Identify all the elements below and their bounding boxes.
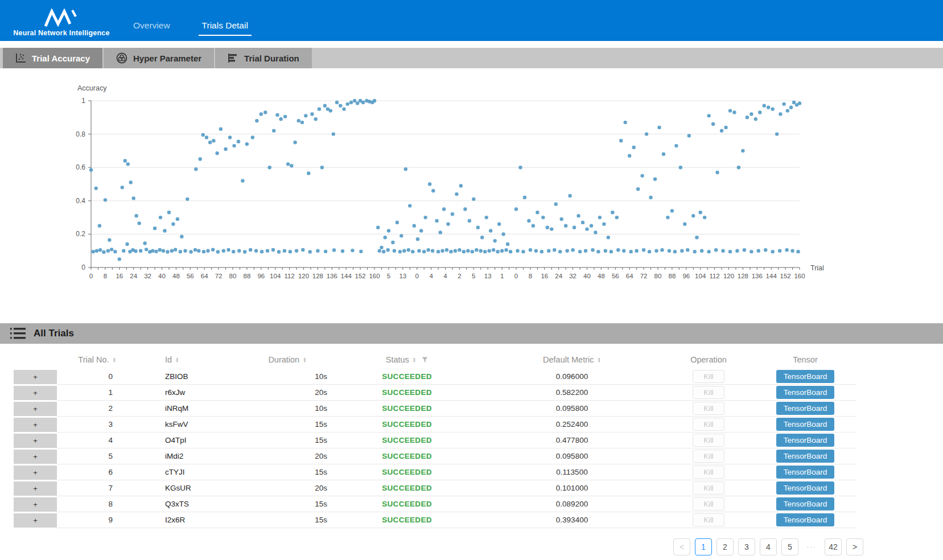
tensorboard-button[interactable]: TensorBoard	[776, 481, 835, 495]
pagination-ellipsis: ···	[803, 538, 820, 555]
svg-text:56: 56	[187, 273, 194, 279]
column-header-duration[interactable]: Duration▲▼	[219, 355, 333, 364]
svg-text:120: 120	[723, 273, 734, 279]
kill-button[interactable]: Kill	[693, 402, 724, 415]
default-metric-cell: 0.101000	[481, 480, 663, 496]
kill-button[interactable]: Kill	[693, 450, 724, 463]
expander-cell: +	[14, 433, 57, 448]
default-metric-cell: 0.089200	[481, 496, 663, 512]
expander-cell: +	[14, 512, 57, 528]
tab-trial-duration[interactable]: Trial Duration	[215, 48, 312, 68]
trial-id-cell: cTYJI	[120, 464, 219, 480]
default-metric-cell: 0.477800	[481, 433, 663, 448]
tensorboard-button[interactable]: TensorBoard	[776, 513, 835, 526]
tensor-cell: TensorBoard	[754, 464, 856, 480]
kill-button[interactable]: Kill	[693, 466, 724, 479]
nav-tab-overview[interactable]: Overview	[133, 20, 170, 31]
tensorboard-button[interactable]: TensorBoard	[776, 370, 835, 383]
scatter-plot-icon	[15, 53, 26, 63]
kill-button[interactable]: Kill	[693, 481, 724, 495]
sort-icon[interactable]: ▲▼	[175, 357, 179, 363]
trial-no-cell: 7	[57, 480, 120, 496]
svg-text:80: 80	[654, 273, 662, 279]
status-badge: SUCCEEDED	[333, 385, 481, 401]
column-header-status[interactable]: Status▲▼	[333, 355, 481, 364]
row-expander-button[interactable]: +	[14, 450, 57, 464]
kill-button[interactable]: Kill	[693, 434, 724, 447]
pagination-prev-button[interactable]: <	[673, 538, 690, 555]
pagination-page-5[interactable]: 5	[781, 538, 798, 555]
tab-trial-accuracy[interactable]: Trial Accuracy	[3, 48, 102, 68]
row-expander-button[interactable]: +	[14, 402, 57, 416]
row-expander-button[interactable]: +	[14, 434, 57, 448]
tensorboard-button[interactable]: TensorBoard	[776, 450, 835, 463]
trial-id-cell: r6xJw	[120, 385, 219, 401]
pagination-next-button[interactable]: >	[846, 538, 863, 555]
svg-text:48: 48	[598, 273, 605, 279]
accuracy-scatter-chart: 10.80.60.40.2008162432404856647280889610…	[0, 68, 943, 323]
tensor-cell: TensorBoard	[754, 401, 856, 417]
sort-icon[interactable]: ▲▼	[413, 357, 416, 363]
trial-id-cell: iNRqM	[120, 401, 219, 417]
table-row: +2iNRqM10sSUCCEEDED0.095800KillTensorBoa…	[14, 401, 929, 417]
row-expander-button[interactable]: +	[14, 497, 57, 512]
nav-tab-trials-detail[interactable]: Trials Detail	[202, 20, 248, 31]
sort-icon[interactable]: ▲▼	[113, 357, 116, 363]
row-expander-button[interactable]: +	[14, 370, 57, 384]
operation-cell: Kill	[663, 385, 754, 401]
table-row: +1r6xJw20sSUCCEEDED0.582200KillTensorBoa…	[14, 385, 929, 401]
tensorboard-button[interactable]: TensorBoard	[776, 386, 835, 399]
kill-button[interactable]: Kill	[693, 386, 724, 399]
svg-text:16: 16	[541, 273, 548, 279]
pagination-page-4[interactable]: 4	[760, 538, 777, 555]
default-metric-cell: 0.095800	[481, 401, 663, 417]
duration-cell: 10s	[219, 401, 333, 417]
trial-id-cell: ksFwV	[120, 417, 219, 433]
tensorboard-button[interactable]: TensorBoard	[776, 402, 835, 415]
row-expander-button[interactable]: +	[14, 466, 57, 480]
pagination-page-3[interactable]: 3	[738, 538, 755, 555]
trial-no-cell: 5	[57, 448, 120, 464]
row-expander-button[interactable]: +	[14, 386, 57, 400]
expander-cell: +	[14, 417, 57, 433]
row-expander-button[interactable]: +	[14, 481, 57, 496]
sort-icon[interactable]: ▲▼	[598, 357, 601, 363]
table-row: +8Q3xTS15sSUCCEEDED0.089200KillTensorBoa…	[14, 496, 929, 512]
filter-icon[interactable]	[422, 357, 428, 363]
status-badge: SUCCEEDED	[333, 369, 481, 385]
tensorboard-button[interactable]: TensorBoard	[776, 497, 835, 510]
operation-cell: Kill	[663, 496, 754, 512]
sort-icon[interactable]: ▲▼	[303, 357, 306, 363]
list-icon	[10, 327, 26, 340]
expander-cell: +	[14, 496, 57, 512]
pagination-page-1[interactable]: 1	[695, 538, 712, 555]
table-row: +7KGsUR20sSUCCEEDED0.101000KillTensorBoa…	[14, 480, 929, 496]
row-expander-button[interactable]: +	[14, 513, 57, 528]
svg-text:32: 32	[569, 273, 576, 279]
column-header-default-metric[interactable]: Default Metric▲▼	[481, 355, 663, 364]
tensorboard-button[interactable]: TensorBoard	[776, 418, 835, 431]
kill-button[interactable]: Kill	[693, 370, 724, 383]
svg-text:8: 8	[104, 273, 107, 279]
tensorboard-button[interactable]: TensorBoard	[776, 434, 835, 447]
pagination-page-2[interactable]: 2	[716, 538, 734, 555]
column-header-trial-no-[interactable]: Trial No.▲▼	[57, 355, 120, 364]
tensor-cell: TensorBoard	[754, 512, 856, 528]
trial-no-cell: 8	[57, 496, 120, 512]
chart-tabs-bar: Trial Accuracy Hyper Parameter Trial Dur…	[0, 48, 943, 68]
column-label: Status	[386, 355, 409, 364]
kill-button[interactable]: Kill	[693, 513, 724, 526]
column-header-id[interactable]: Id▲▼	[120, 355, 219, 364]
svg-text:0.2: 0.2	[76, 230, 85, 238]
operation-cell: Kill	[663, 448, 754, 464]
pagination: <12345···42>	[0, 538, 943, 555]
trial-no-cell: 9	[57, 512, 120, 528]
tensorboard-button[interactable]: TensorBoard	[776, 466, 835, 479]
row-expander-button[interactable]: +	[14, 418, 57, 432]
pagination-page-42[interactable]: 42	[825, 538, 842, 555]
kill-button[interactable]: Kill	[693, 497, 724, 510]
kill-button[interactable]: Kill	[693, 418, 724, 431]
column-label: Operation	[690, 355, 727, 364]
tab-hyper-parameter[interactable]: Hyper Parameter	[104, 48, 214, 68]
table-header-row: Trial No.▲▼Id▲▼Duration▲▼Status▲▼Default…	[14, 351, 929, 369]
